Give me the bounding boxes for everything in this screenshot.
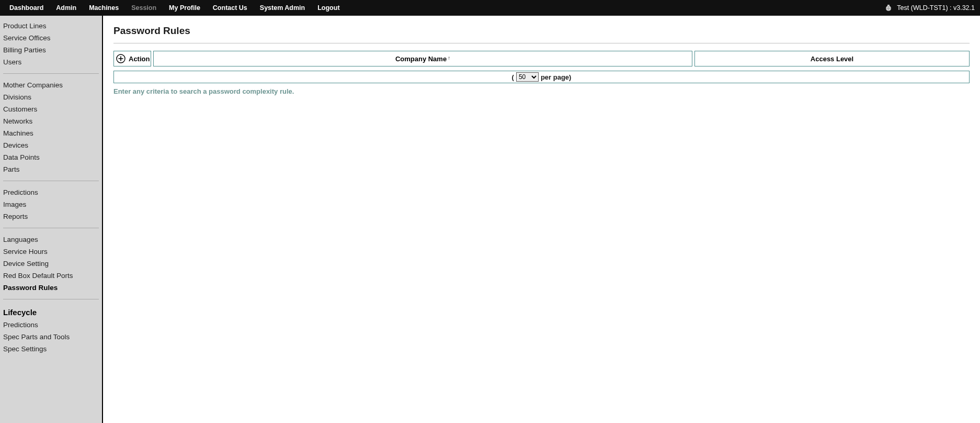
sidebar-billing-parties[interactable]: Billing Parties [3, 44, 99, 56]
column-header-action[interactable]: Action [113, 51, 151, 66]
sidebar-divider [3, 181, 99, 181]
globe-icon [884, 4, 893, 12]
sidebar-devices[interactable]: Devices [3, 139, 99, 151]
sidebar-divider [3, 299, 99, 299]
sidebar-divider [3, 228, 99, 228]
header-right: Test (WLD-TST1) : v3.32.1 [884, 4, 977, 12]
nav-machines[interactable]: Machines [83, 0, 125, 16]
sidebar-machines[interactable]: Machines [3, 127, 99, 139]
add-icon[interactable] [116, 54, 126, 63]
header-bar: DashboardAdminMachinesSessionMy ProfileC… [0, 0, 980, 16]
search-hint: Enter any criteria to search a password … [113, 87, 970, 95]
sidebar-device-setting[interactable]: Device Setting [3, 258, 99, 270]
sidebar-languages[interactable]: Languages [3, 233, 99, 246]
env-label: Test (WLD-TST1) : v3.32.1 [897, 4, 975, 12]
sidebar-red-box-default-ports[interactable]: Red Box Default Ports [3, 270, 99, 282]
column-header-company-name[interactable]: Company Name ↑ [153, 51, 692, 66]
sidebar-images[interactable]: Images [3, 198, 99, 210]
title-divider [113, 43, 970, 43]
column-header-access-level[interactable]: Access Level [694, 51, 970, 66]
sidebar-mother-companies[interactable]: Mother Companies [3, 79, 99, 91]
nav-session[interactable]: Session [125, 0, 163, 16]
per-page-select[interactable]: 102550100 [516, 72, 539, 82]
sidebar-reports[interactable]: Reports [3, 210, 99, 222]
sidebar-data-points[interactable]: Data Points [3, 151, 99, 163]
sidebar-lc-spec-parts-tools[interactable]: Spec Parts and Tools [3, 331, 99, 343]
nav-dashboard[interactable]: Dashboard [3, 0, 50, 16]
sidebar-networks[interactable]: Networks [3, 115, 99, 127]
sidebar-product-lines[interactable]: Product Lines [3, 20, 99, 32]
column-header-company-name-label: Company Name [395, 55, 447, 63]
sidebar-lc-spec-settings[interactable]: Spec Settings [3, 343, 99, 355]
column-header-action-label: Action [129, 55, 150, 63]
sidebar-divider [3, 73, 99, 74]
pager-close-text: per page) [541, 73, 572, 81]
nav-contact-us[interactable]: Contact Us [207, 0, 254, 16]
sidebar-heading-lifecycle: Lifecycle [3, 305, 99, 319]
sidebar-password-rules[interactable]: Password Rules [3, 282, 99, 294]
main-content: Password Rules Action Company Name ↑ Acc… [103, 16, 980, 423]
table-header-row: Action Company Name ↑ Access Level [113, 51, 970, 66]
column-header-access-level-label: Access Level [811, 55, 853, 63]
sort-ascending-icon: ↑ [448, 55, 450, 61]
sidebar-divisions[interactable]: Divisions [3, 91, 99, 103]
sidebar-users[interactable]: Users [3, 56, 99, 68]
sidebar-service-hours[interactable]: Service Hours [3, 246, 99, 258]
nav-system-admin[interactable]: System Admin [254, 0, 311, 16]
nav-logout[interactable]: Logout [311, 0, 346, 16]
nav-my-profile[interactable]: My Profile [163, 0, 207, 16]
page-title: Password Rules [113, 25, 970, 37]
header-nav: DashboardAdminMachinesSessionMy ProfileC… [3, 0, 346, 16]
sidebar-predictions[interactable]: Predictions [3, 186, 99, 198]
sidebar-lc-predictions[interactable]: Predictions [3, 319, 99, 331]
sidebar-customers[interactable]: Customers [3, 103, 99, 115]
pager-row: ( 102550100 per page) [113, 71, 970, 83]
pager-open-paren: ( [512, 73, 514, 81]
sidebar-service-offices[interactable]: Service Offices [3, 32, 99, 44]
sidebar: Product LinesService OfficesBilling Part… [0, 16, 103, 423]
nav-admin[interactable]: Admin [50, 0, 83, 16]
sidebar-parts[interactable]: Parts [3, 163, 99, 175]
